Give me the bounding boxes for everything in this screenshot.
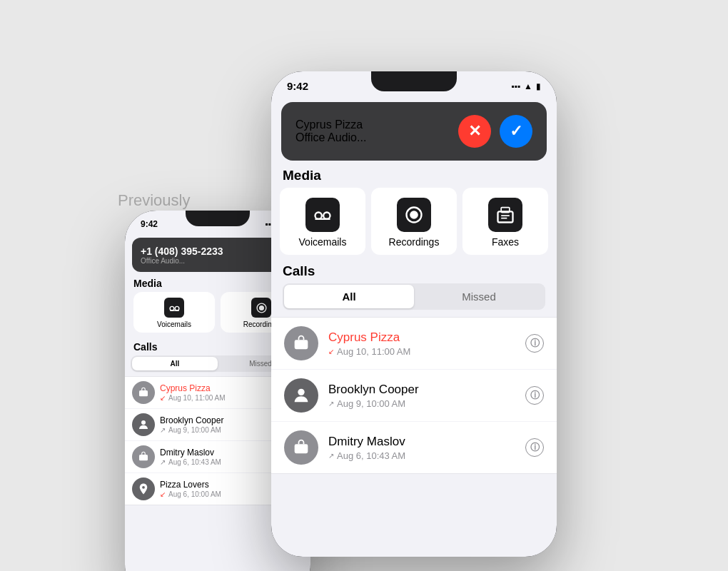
call-date: Aug 10, 11:00 AM [337,346,410,357]
caller-name-large: Cyprus Pizza [295,118,366,131]
call-meta: ↗ Aug 6, 10:43 AM [328,450,515,461]
large-phone: 9:42 ▪▪▪ ▲ ▮ Cyprus Pizza Office Audio..… [271,71,557,557]
faxes-label-large: Faxes [492,236,519,248]
direction-icon: ↗ [160,426,166,434]
svg-rect-14 [498,211,513,222]
svg-point-6 [141,420,146,425]
call-meta: ↗ Aug 9, 10:00 AM [328,398,515,409]
accept-button-large[interactable]: ✓ [500,115,532,148]
avatar [284,326,318,360]
svg-point-3 [258,305,263,310]
avatar [132,445,155,468]
recordings-icon-large [397,198,431,232]
call-banner-large: Cyprus Pizza Office Audio... ✕ ✓ [281,102,547,161]
media-voicemails-large[interactable]: Voicemails [280,188,365,255]
recordings-label-large: Recordings [389,236,440,248]
calls-title-large: Calls [271,261,557,283]
direction-icon: ↙ [160,394,166,402]
faxes-icon-large [488,198,522,232]
call-name: Cyprus Pizza [328,330,515,345]
direction-icon: ↗ [328,400,334,408]
caller-name-small: +1 (408) 395-2233 [141,246,223,257]
call-date: Aug 6, 10:43 AM [337,450,405,461]
avatar [284,378,318,413]
svg-point-8 [142,486,145,489]
previously-label: Previously [118,191,190,210]
caller-sub-large: Office Audio... [295,131,366,144]
svg-rect-18 [295,340,308,349]
call-actions-large: ✕ ✓ [458,115,532,148]
recordings-icon-small [251,298,271,318]
call-details: Brooklyn Cooper ↗ Aug 9, 10:00 AM [328,383,515,409]
svg-point-9 [315,213,322,219]
decline-button-large[interactable]: ✕ [458,115,491,148]
media-grid-large: Voicemails Recordings [271,188,557,255]
avatar [284,430,318,465]
wifi-icon-large: ▲ [524,81,532,91]
svg-point-1 [175,306,179,310]
svg-point-12 [410,211,418,219]
svg-rect-20 [295,444,308,453]
large-phone-screen: 9:42 ▪▪▪ ▲ ▮ Cyprus Pizza Office Audio..… [271,71,557,557]
call-name: Dmitry Maslov [328,435,515,449]
notch-large [371,71,457,91]
call-date: Aug 9, 10:00 AM [168,426,221,434]
status-icons-large: ▪▪▪ ▲ ▮ [511,81,541,91]
svg-rect-5 [139,390,148,396]
call-banner-info-large: Cyprus Pizza Office Audio... [295,118,366,144]
svg-point-10 [323,213,330,219]
table-row[interactable]: Cyprus Pizza ↙ Aug 10, 11:00 AM ⓘ [271,317,557,369]
direction-icon: ↗ [160,458,166,466]
direction-icon: ↗ [328,452,334,460]
calls-section-large: Calls All Missed Cyprus Pizza ↙ Aug 10, … [271,255,557,474]
media-recordings-large[interactable]: Recordings [371,188,457,255]
notch-small [186,211,250,226]
direction-icon: ↙ [328,348,334,355]
direction-icon: ↙ [160,490,166,498]
call-details: Cyprus Pizza ↙ Aug 10, 11:00 AM [328,330,515,357]
call-meta: ↙ Aug 10, 11:00 AM [328,346,515,357]
status-time-small: 9:42 [141,219,158,229]
toggle-bar-large: All Missed [283,283,545,310]
call-date: Aug 10, 11:00 AM [168,394,226,402]
svg-point-0 [170,306,174,310]
toggle-missed-large[interactable]: Missed [414,285,544,308]
toggle-all-large[interactable]: All [284,285,414,308]
call-info-button[interactable]: ⓘ [525,386,544,405]
call-date: Aug 9, 10:00 AM [337,398,405,409]
media-faxes-large[interactable]: Faxes [462,188,548,255]
caller-sub-small: Office Audio... [141,257,223,265]
call-info-button[interactable]: ⓘ [525,438,544,457]
table-row[interactable]: Brooklyn Cooper ↗ Aug 9, 10:00 AM ⓘ [271,370,557,421]
media-voicemails-small[interactable]: Voicemails [133,292,215,333]
battery-icon-large: ▮ [536,81,541,91]
media-title-large: Media [271,161,557,188]
call-name: Brooklyn Cooper [328,383,515,397]
svg-point-19 [298,389,304,395]
table-row[interactable]: Dmitry Maslov ↗ Aug 6, 10:43 AM ⓘ [271,422,557,474]
call-banner-info-small: +1 (408) 395-2233 Office Audio... [141,246,223,265]
voicemail-icon-large [305,198,340,232]
call-date: Aug 6, 10:00 AM [168,490,221,498]
signal-icon-large: ▪▪▪ [511,81,520,91]
voicemail-icon-small [164,298,184,318]
call-list-large: Cyprus Pizza ↙ Aug 10, 11:00 AM ⓘ Brookl [271,317,557,474]
toggle-all-small[interactable]: All [132,357,218,370]
avatar [132,381,155,404]
avatar [132,477,155,500]
avatar [132,413,155,436]
voicemail-label-small: Voicemails [157,320,191,328]
status-time-large: 9:42 [287,80,308,92]
call-date: Aug 6, 10:43 AM [168,458,221,466]
call-info-button[interactable]: ⓘ [525,334,544,353]
voicemail-label-large: Voicemails [299,236,347,248]
svg-rect-7 [139,455,148,460]
call-details: Dmitry Maslov ↗ Aug 6, 10:43 AM [328,435,515,461]
